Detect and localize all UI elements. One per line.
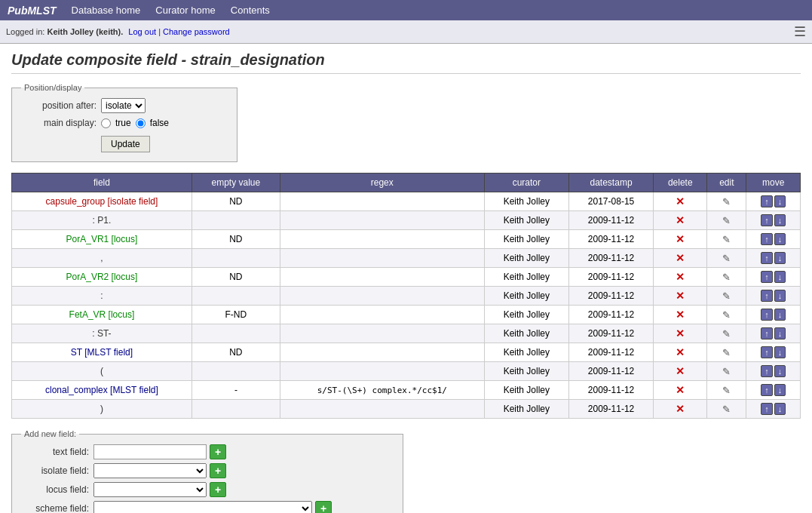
cell-empty-value: ND: [192, 268, 280, 287]
logout-link[interactable]: Log out: [128, 27, 156, 36]
move-up-button[interactable]: ↑: [761, 252, 773, 264]
th-delete: delete: [654, 174, 707, 192]
cell-regex: [280, 211, 484, 230]
move-down-button[interactable]: ↓: [774, 365, 786, 377]
delete-button[interactable]: ✕: [675, 402, 685, 416]
text-field-input[interactable]: [93, 444, 207, 459]
table-row: (Keith Jolley2009-11-12✕✎↑↓: [12, 362, 801, 381]
locus-field-select[interactable]: [93, 482, 207, 497]
cell-move: ↑↓: [746, 249, 801, 268]
edit-button[interactable]: ✎: [722, 346, 731, 359]
isolate-field-add-button[interactable]: +: [210, 463, 226, 478]
cell-move: ↑↓: [746, 400, 801, 419]
cell-curator: Keith Jolley: [484, 324, 568, 343]
field-link[interactable]: PorA_VR1 [locus]: [66, 234, 138, 244]
edit-button[interactable]: ✎: [722, 233, 731, 246]
delete-button[interactable]: ✕: [675, 232, 685, 246]
delete-button[interactable]: ✕: [675, 364, 685, 378]
field-link[interactable]: FetA_VR [locus]: [69, 309, 135, 320]
add-new-field-legend: Add new field:: [21, 429, 79, 438]
logged-in-prefix: Logged in:: [6, 27, 47, 36]
edit-button[interactable]: ✎: [722, 290, 731, 303]
isolate-field-select[interactable]: [93, 463, 207, 478]
cell-move: ↑↓: [746, 192, 801, 211]
move-down-button[interactable]: ↓: [774, 271, 786, 283]
table-row: ,Keith Jolley2009-11-12✕✎↑↓: [12, 249, 801, 268]
delete-button[interactable]: ✕: [675, 308, 685, 321]
nav-database-home[interactable]: Database home: [64, 2, 149, 19]
field-link[interactable]: capsule_group [isolate field]: [46, 196, 158, 207]
move-down-button[interactable]: ↓: [774, 214, 786, 226]
text-field-add-button[interactable]: +: [210, 444, 226, 459]
delete-button[interactable]: ✕: [675, 270, 685, 284]
field-link[interactable]: ST [MLST field]: [71, 347, 133, 358]
move-up-button[interactable]: ↑: [761, 327, 773, 339]
radio-false[interactable]: [136, 118, 146, 128]
move-down-button[interactable]: ↓: [774, 403, 786, 415]
scheme-field-add-button[interactable]: +: [315, 501, 332, 513]
field-link[interactable]: PorA_VR2 [locus]: [66, 272, 138, 282]
update-button[interactable]: Update: [101, 136, 150, 152]
move-up-button[interactable]: ↑: [761, 365, 773, 377]
cell-delete: ✕: [654, 324, 707, 343]
position-after-select[interactable]: isolate: [101, 98, 146, 113]
radio-group: true false: [101, 118, 169, 128]
edit-button[interactable]: ✎: [722, 252, 731, 265]
text-field-row: text field: +: [21, 444, 394, 459]
move-up-button[interactable]: ↑: [761, 290, 773, 302]
delete-button[interactable]: ✕: [675, 289, 685, 303]
table-header-row: field empty value regex curator datestam…: [12, 174, 801, 192]
edit-button[interactable]: ✎: [722, 214, 731, 227]
edit-button[interactable]: ✎: [722, 365, 731, 378]
isolate-field-label: isolate field:: [21, 465, 89, 476]
edit-button[interactable]: ✎: [722, 384, 731, 397]
table-row: FetA_VR [locus]F-NDKeith Jolley2009-11-1…: [12, 306, 801, 324]
edit-button[interactable]: ✎: [722, 309, 731, 321]
delete-button[interactable]: ✕: [675, 251, 685, 265]
cell-edit: ✎: [707, 287, 746, 306]
move-up-button[interactable]: ↑: [761, 384, 773, 396]
move-down-button[interactable]: ↓: [774, 252, 786, 264]
cell-datestamp: 2009-11-12: [568, 343, 653, 362]
nav-contents[interactable]: Contents: [223, 2, 277, 19]
move-down-button[interactable]: ↓: [774, 327, 786, 339]
radio-true[interactable]: [101, 118, 111, 128]
move-up-button[interactable]: ↑: [761, 403, 773, 415]
delete-button[interactable]: ✕: [675, 383, 685, 397]
nav-curator-home[interactable]: Curator home: [148, 2, 222, 19]
top-nav: PubMLST Database home Curator home Conte…: [0, 0, 812, 20]
delete-button[interactable]: ✕: [675, 213, 685, 227]
delete-button[interactable]: ✕: [675, 346, 685, 359]
field-link[interactable]: clonal_complex [MLST field]: [45, 385, 158, 395]
cell-edit: ✎: [707, 306, 746, 324]
cell-datestamp: 2009-11-12: [568, 287, 653, 306]
move-up-button[interactable]: ↑: [761, 271, 773, 283]
move-down-button[interactable]: ↓: [774, 233, 786, 245]
scheme-field-select[interactable]: [93, 501, 312, 513]
move-up-button[interactable]: ↑: [761, 233, 773, 245]
cell-field: FetA_VR [locus]: [12, 306, 192, 324]
move-down-button[interactable]: ↓: [774, 309, 786, 321]
add-new-field-fieldset: Add new field: text field: + isolate fie…: [11, 429, 403, 513]
change-password-link[interactable]: Change password: [163, 27, 230, 36]
locus-field-add-button[interactable]: +: [210, 482, 226, 497]
delete-button[interactable]: ✕: [675, 327, 685, 340]
cell-empty-value: ND: [192, 230, 280, 249]
move-up-button[interactable]: ↑: [761, 309, 773, 321]
move-down-button[interactable]: ↓: [774, 384, 786, 396]
move-up-button[interactable]: ↑: [761, 346, 773, 358]
edit-button[interactable]: ✎: [722, 195, 731, 208]
edit-button[interactable]: ✎: [722, 403, 731, 416]
cell-datestamp: 2009-11-12: [568, 249, 653, 268]
move-down-button[interactable]: ↓: [774, 346, 786, 358]
delete-button[interactable]: ✕: [675, 195, 685, 208]
edit-button[interactable]: ✎: [722, 327, 731, 340]
move-up-button[interactable]: ↑: [761, 195, 773, 207]
menu-icon[interactable]: ☰: [794, 23, 806, 40]
move-down-button[interactable]: ↓: [774, 195, 786, 207]
move-down-button[interactable]: ↓: [774, 290, 786, 302]
cell-field: ,: [12, 249, 192, 268]
edit-button[interactable]: ✎: [722, 271, 731, 284]
move-up-button[interactable]: ↑: [761, 214, 773, 226]
cell-delete: ✕: [654, 192, 707, 211]
